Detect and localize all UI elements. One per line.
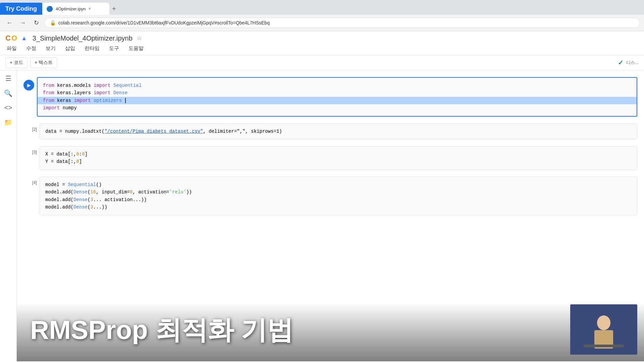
menu-help[interactable]: 도움말 (127, 45, 145, 52)
video-thumbnail (570, 304, 637, 355)
menu-edit[interactable]: 수정 (25, 45, 38, 52)
person-svg (570, 304, 637, 355)
sidebar-search-icon[interactable]: 🔍 (4, 89, 12, 97)
sidebar-menu-icon[interactable]: ☰ (5, 74, 11, 82)
cell-4-code: model = Sequential() model.add(Dense(16,… (40, 177, 637, 215)
cell-4-number: [4] (23, 177, 37, 185)
drive-icon: ▲ (21, 35, 27, 42)
video-person (570, 304, 637, 355)
cell-3: [3] X = data[:,0:8] Y = data[:,8] (23, 146, 637, 170)
menu-file[interactable]: 파일 (5, 45, 18, 52)
tab-title: 4Optimizer.ipyn (56, 6, 86, 11)
cell-1-run-btn[interactable]: ▶ (23, 80, 34, 90)
cell-2-wrapper: [2] data = numpy.loadtxt("/content/Pima_… (23, 123, 637, 139)
refresh-btn[interactable]: ↻ (31, 17, 42, 28)
address-text: colab.research.google.com/drive/1D1vEMM3… (58, 20, 270, 25)
address-bar[interactable]: 🔒 colab.research.google.com/drive/1D1vEM… (44, 18, 640, 28)
cell-1-code: from keras.models import Sequential from… (38, 78, 637, 116)
cell-1: ▶ from keras.models import Sequential fr… (23, 77, 637, 117)
add-code-btn[interactable]: + 코드 (5, 57, 28, 68)
nav-bar: ← → ↻ 🔒 colab.research.google.com/drive/… (0, 15, 644, 31)
cell-2-number: [2] (23, 123, 37, 132)
tab-bar: Try Coding 🔵 4Optimizer.ipyn × + (0, 0, 644, 15)
overlay-container: RMSProp 최적화 기법 (17, 303, 644, 361)
svg-point-1 (597, 315, 610, 330)
colab-logo: C O (5, 34, 17, 43)
cell-1-wrapper: ▶ from keras.models import Sequential fr… (23, 77, 637, 117)
toolbar-left: + 코드 + 텍스트 (5, 57, 57, 68)
back-btn[interactable]: ← (4, 17, 15, 28)
new-tab-btn[interactable]: + (112, 5, 116, 13)
menu-insert[interactable]: 삽입 (64, 45, 76, 52)
browser-logo-text: Try Coding (5, 5, 37, 12)
code-line-3-highlighted: from keras import optimizers (38, 97, 637, 104)
code-line-1: from keras.models import Sequential (43, 82, 631, 89)
cursor (122, 98, 125, 103)
star-btn[interactable]: ☆ (137, 35, 142, 42)
main-layout: ☰ 🔍 <> 📁 ▶ from keras.models import Sequ… (0, 70, 644, 361)
toolbar: + 코드 + 텍스트 ✓ 디스... (0, 55, 644, 70)
toolbar-right: ✓ 디스... (618, 59, 639, 67)
cell-1-content[interactable]: from keras.models import Sequential from… (37, 77, 637, 117)
tab-close-btn[interactable]: × (89, 6, 91, 11)
cell-3-wrapper: [3] X = data[:,0:8] Y = data[:,8] (23, 146, 637, 170)
menu-bar: 파일 수정 보기 삽입 런타임 도구 도움말 (5, 45, 639, 52)
forward-btn[interactable]: → (17, 17, 28, 28)
notebook-outer: ▶ from keras.models import Sequential fr… (17, 70, 644, 361)
cell-4-wrapper: [4] model = Sequential() model.add(Dense… (23, 177, 637, 216)
menu-tools[interactable]: 도구 (108, 45, 120, 52)
sidebar-code-icon[interactable]: <> (4, 104, 12, 112)
active-tab[interactable]: 🔵 4Optimizer.ipyn × (42, 3, 109, 15)
add-text-btn[interactable]: + 텍스트 (30, 57, 57, 68)
title-row: C O ▲ 3_SimpleModel_4Optimizer.ipynb ☆ (5, 34, 639, 43)
lock-icon: 🔒 (50, 20, 56, 25)
cell-3-number: [3] (23, 146, 37, 155)
cell-2-content[interactable]: data = numpy.loadtxt("/content/Pima_diab… (40, 123, 637, 139)
sidebar: ☰ 🔍 <> 📁 (0, 70, 17, 361)
sidebar-files-icon[interactable]: 📁 (4, 118, 12, 126)
cell-3-code: X = data[:,0:8] Y = data[:,8] (40, 146, 637, 170)
browser-logo: Try Coding (0, 3, 42, 15)
cell-3-content[interactable]: X = data[:,0:8] Y = data[:,8] (40, 146, 637, 170)
cell-2: [2] data = numpy.loadtxt("/content/Pima_… (23, 123, 637, 139)
notebook-title: 3_SimpleModel_4Optimizer.ipynb (33, 35, 132, 42)
menu-runtime[interactable]: 런타임 (83, 45, 101, 52)
menu-view[interactable]: 보기 (44, 45, 57, 52)
browser-chrome: Try Coding 🔵 4Optimizer.ipyn × + ← → ↻ 🔒… (0, 0, 644, 31)
cell-4-content[interactable]: model = Sequential() model.add(Dense(16,… (40, 177, 637, 216)
cell-4: [4] model = Sequential() model.add(Dense… (23, 177, 637, 216)
code-line-2: from keras.layers import Dense (43, 89, 631, 97)
notebook-content: ▶ from keras.models import Sequential fr… (17, 70, 644, 289)
svg-rect-3 (584, 345, 624, 347)
overlay-text: RMSProp 최적화 기법 (30, 315, 293, 345)
code-line-4: import numpy (43, 104, 631, 112)
app-header: C O ▲ 3_SimpleModel_4Optimizer.ipynb ☆ 파… (0, 31, 644, 55)
cell-2-code: data = numpy.loadtxt("/content/Pima_diab… (40, 124, 637, 139)
status-checkmark: ✓ (618, 59, 624, 67)
status-text: 디스... (626, 60, 639, 66)
